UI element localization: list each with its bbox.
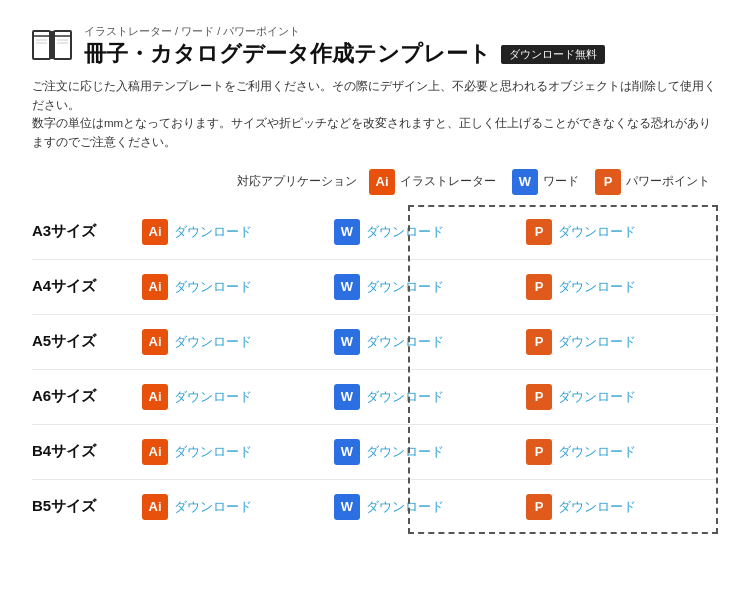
- p-cell-a3: P ダウンロード: [526, 219, 718, 245]
- table-row: B5サイズ Ai ダウンロード W ダウンロード P ダウンロード: [32, 480, 718, 534]
- ai-cell-a6: Ai ダウンロード: [142, 384, 334, 410]
- ai-icon-a6: Ai: [142, 384, 168, 410]
- w-icon-b4: W: [334, 439, 360, 465]
- ai-cell-b5: Ai ダウンロード: [142, 494, 334, 520]
- p-icon-a5: P: [526, 329, 552, 355]
- w-download-b4[interactable]: ダウンロード: [366, 443, 444, 461]
- p-download-a4[interactable]: ダウンロード: [558, 278, 636, 296]
- w-download-b5[interactable]: ダウンロード: [366, 498, 444, 516]
- w-icon-a5: W: [334, 329, 360, 355]
- ai-download-b5[interactable]: ダウンロード: [174, 498, 252, 516]
- size-label-a3: A3サイズ: [32, 222, 142, 241]
- p-cell-a5: P ダウンロード: [526, 329, 718, 355]
- ai-icon-header: Ai: [369, 169, 395, 195]
- header-description: ご注文に応じた入稿用テンプレートをご利用ください。その際にデザイン上、不必要と思…: [32, 77, 718, 151]
- apps-group-b5: Ai ダウンロード W ダウンロード P ダウンロード: [142, 494, 718, 520]
- ai-cell-a4: Ai ダウンロード: [142, 274, 334, 300]
- w-icon-header: W: [512, 169, 538, 195]
- apps-group-b4: Ai ダウンロード W ダウンロード P ダウンロード: [142, 439, 718, 465]
- ai-cell-a3: Ai ダウンロード: [142, 219, 334, 245]
- book-icon: [32, 28, 72, 64]
- ai-icon-a3: Ai: [142, 219, 168, 245]
- table-row: A6サイズ Ai ダウンロード W ダウンロード P ダウンロード: [32, 370, 718, 425]
- size-label-a5: A5サイズ: [32, 332, 142, 351]
- ai-download-a4[interactable]: ダウンロード: [174, 278, 252, 296]
- header-title-row: 冊子・カタログデータ作成テンプレート ダウンロード無料: [84, 41, 718, 67]
- p-icon-header: P: [595, 169, 621, 195]
- p-cell-b5: P ダウンロード: [526, 494, 718, 520]
- table-area: A3サイズ Ai ダウンロード W ダウンロード P ダウンロード A4サイズ: [32, 205, 718, 534]
- w-cell-a3: W ダウンロード: [334, 219, 526, 245]
- p-icon-a4: P: [526, 274, 552, 300]
- svg-rect-1: [54, 31, 71, 59]
- w-icon-a4: W: [334, 274, 360, 300]
- header-area: イラストレーター / ワード / パワーポイント 冊子・カタログデータ作成テンプ…: [32, 24, 718, 67]
- apps-group-a5: Ai ダウンロード W ダウンロード P ダウンロード: [142, 329, 718, 355]
- size-label-a6: A6サイズ: [32, 387, 142, 406]
- w-cell-b4: W ダウンロード: [334, 439, 526, 465]
- p-cell-a4: P ダウンロード: [526, 274, 718, 300]
- apps-group-a6: Ai ダウンロード W ダウンロード P ダウンロード: [142, 384, 718, 410]
- ai-name-label: イラストレーター: [400, 173, 496, 190]
- w-icon-b5: W: [334, 494, 360, 520]
- w-download-a5[interactable]: ダウンロード: [366, 333, 444, 351]
- ai-icon-b5: Ai: [142, 494, 168, 520]
- w-cell-a5: W ダウンロード: [334, 329, 526, 355]
- p-name-label: パワーポイント: [626, 173, 710, 190]
- w-cell-a6: W ダウンロード: [334, 384, 526, 410]
- w-download-a3[interactable]: ダウンロード: [366, 223, 444, 241]
- p-icon-a3: P: [526, 219, 552, 245]
- ai-icon-a4: Ai: [142, 274, 168, 300]
- p-download-b5[interactable]: ダウンロード: [558, 498, 636, 516]
- size-label-b4: B4サイズ: [32, 442, 142, 461]
- w-name-label: ワード: [543, 173, 579, 190]
- p-download-a6[interactable]: ダウンロード: [558, 388, 636, 406]
- ai-cell-a5: Ai ダウンロード: [142, 329, 334, 355]
- ai-download-a5[interactable]: ダウンロード: [174, 333, 252, 351]
- app-header-label: 対応アプリケーション: [237, 173, 357, 190]
- size-label-b5: B5サイズ: [32, 497, 142, 516]
- p-icon-b4: P: [526, 439, 552, 465]
- apps-group-a4: Ai ダウンロード W ダウンロード P ダウンロード: [142, 274, 718, 300]
- w-icon-a3: W: [334, 219, 360, 245]
- ai-icon-a5: Ai: [142, 329, 168, 355]
- ai-icon-b4: Ai: [142, 439, 168, 465]
- p-download-a3[interactable]: ダウンロード: [558, 223, 636, 241]
- w-download-a6[interactable]: ダウンロード: [366, 388, 444, 406]
- w-icon-a6: W: [334, 384, 360, 410]
- page: イラストレーター / ワード / パワーポイント 冊子・カタログデータ作成テンプ…: [0, 0, 750, 616]
- page-title: 冊子・カタログデータ作成テンプレート: [84, 41, 491, 67]
- w-cell-b5: W ダウンロード: [334, 494, 526, 520]
- app-header-row: 対応アプリケーション Ai イラストレーター W ワード P パワーポイント: [32, 169, 718, 195]
- table-row: A4サイズ Ai ダウンロード W ダウンロード P ダウンロード: [32, 260, 718, 315]
- table-row: A3サイズ Ai ダウンロード W ダウンロード P ダウンロード: [32, 205, 718, 260]
- ai-download-b4[interactable]: ダウンロード: [174, 443, 252, 461]
- p-cell-a6: P ダウンロード: [526, 384, 718, 410]
- table-row: B4サイズ Ai ダウンロード W ダウンロード P ダウンロード: [32, 425, 718, 480]
- w-cell-a4: W ダウンロード: [334, 274, 526, 300]
- free-badge: ダウンロード無料: [501, 45, 605, 64]
- svg-rect-0: [33, 31, 50, 59]
- ai-download-a3[interactable]: ダウンロード: [174, 223, 252, 241]
- w-download-a4[interactable]: ダウンロード: [366, 278, 444, 296]
- p-cell-b4: P ダウンロード: [526, 439, 718, 465]
- size-label-a4: A4サイズ: [32, 277, 142, 296]
- p-icon-b5: P: [526, 494, 552, 520]
- table-row: A5サイズ Ai ダウンロード W ダウンロード P ダウンロード: [32, 315, 718, 370]
- ai-download-a6[interactable]: ダウンロード: [174, 388, 252, 406]
- p-download-b4[interactable]: ダウンロード: [558, 443, 636, 461]
- header-subtitle: イラストレーター / ワード / パワーポイント: [84, 24, 718, 39]
- ai-cell-b4: Ai ダウンロード: [142, 439, 334, 465]
- p-download-a5[interactable]: ダウンロード: [558, 333, 636, 351]
- header-text-block: イラストレーター / ワード / パワーポイント 冊子・カタログデータ作成テンプ…: [84, 24, 718, 67]
- apps-group-a3: Ai ダウンロード W ダウンロード P ダウンロード: [142, 219, 718, 245]
- p-icon-a6: P: [526, 384, 552, 410]
